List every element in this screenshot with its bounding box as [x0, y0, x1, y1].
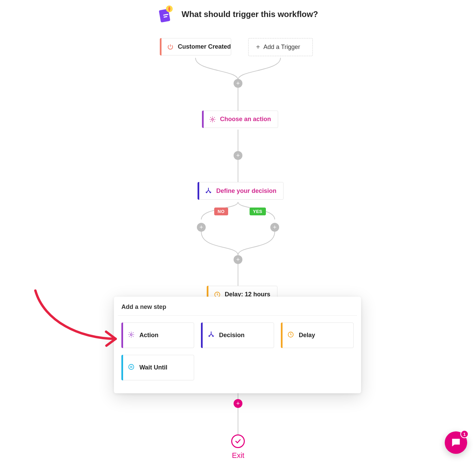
- chat-button[interactable]: 1: [445, 431, 467, 454]
- trigger-card[interactable]: Customer Created: [160, 38, 231, 55]
- step-option-label: Wait Until: [139, 364, 167, 371]
- decision-label: Define your decision: [216, 187, 276, 195]
- svg-point-8: [211, 118, 213, 120]
- add-step-no-branch-button[interactable]: +: [197, 223, 206, 232]
- workflow-title: What should trigger this workflow?: [182, 10, 318, 19]
- add-step-button[interactable]: +: [234, 255, 242, 264]
- branch-icon: [207, 331, 215, 340]
- add-step-button[interactable]: +: [234, 79, 242, 88]
- branch-no-badge: NO: [214, 208, 228, 215]
- check-icon: [234, 438, 242, 445]
- add-step-popover: Add a new step Action: [114, 297, 361, 393]
- trigger-accent: [160, 38, 162, 55]
- gear-icon: [128, 331, 135, 340]
- step-option-action[interactable]: Action: [121, 323, 194, 348]
- action-accent: [202, 111, 204, 128]
- step-option-label: Action: [139, 332, 158, 339]
- branch-yes-badge: YES: [250, 208, 266, 215]
- step-option-wait-until[interactable]: Wait Until: [121, 355, 194, 380]
- svg-point-12: [129, 364, 134, 369]
- clock-icon: [287, 331, 294, 340]
- chat-icon: [450, 437, 462, 448]
- workflow-header: What should trigger this workflow?: [156, 5, 318, 24]
- popover-title: Add a new step: [121, 303, 354, 315]
- exit-label: Exit: [232, 451, 244, 460]
- chat-unread-badge: 1: [460, 430, 469, 438]
- add-step-button[interactable]: +: [234, 151, 242, 160]
- svg-point-10: [130, 333, 132, 335]
- step-option-decision[interactable]: Decision: [201, 323, 274, 348]
- decision-node[interactable]: Define your decision: [198, 182, 284, 200]
- decision-accent: [198, 182, 199, 200]
- trigger-label: Customer Created: [178, 43, 231, 50]
- gear-icon: [209, 116, 216, 123]
- add-trigger-button[interactable]: + Add a Trigger: [248, 38, 313, 56]
- plus-icon: +: [256, 43, 260, 51]
- step-option-label: Delay: [299, 332, 315, 339]
- action-label: Choose an action: [220, 116, 271, 123]
- add-trigger-label: Add a Trigger: [264, 44, 300, 51]
- add-step-yes-branch-button[interactable]: +: [270, 223, 279, 232]
- action-node[interactable]: Choose an action: [202, 111, 278, 128]
- exit-node[interactable]: [231, 434, 245, 448]
- divider: [118, 315, 357, 316]
- branch-icon: [205, 187, 212, 195]
- pause-icon: [128, 363, 135, 372]
- step-option-label: Decision: [219, 332, 244, 339]
- power-icon: [167, 44, 174, 50]
- spark-icon: [156, 5, 175, 24]
- add-step-button-active[interactable]: +: [234, 399, 242, 408]
- step-option-delay[interactable]: Delay: [281, 323, 354, 348]
